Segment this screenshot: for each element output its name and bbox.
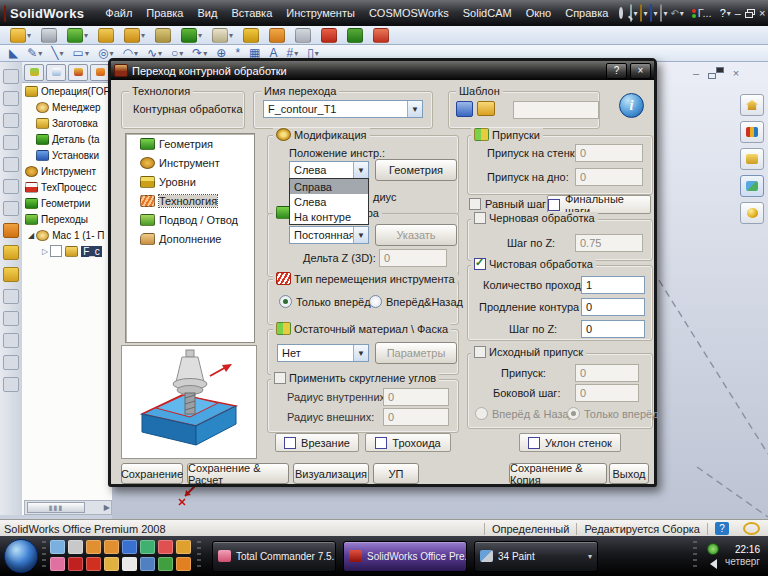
print-icon[interactable] — [660, 4, 662, 22]
tab-properties[interactable] — [90, 64, 110, 81]
extend-contour-field[interactable]: 0 — [581, 298, 645, 316]
menu-solidcam[interactable]: SolidCAM — [456, 7, 519, 19]
dialog-titlebar[interactable]: Переход контурной обработки ? × — [111, 61, 654, 80]
toolbox-button[interactable] — [740, 202, 764, 224]
finish-step-field[interactable]: 0 — [581, 320, 645, 338]
strip-tool-icon[interactable] — [3, 333, 19, 348]
tree-item-target[interactable]: Деталь (ta — [22, 131, 112, 147]
edit-icon[interactable] — [41, 28, 57, 43]
residual-combobox[interactable]: Нет▼ — [277, 344, 369, 362]
plunge-check-button[interactable]: Врезание — [275, 433, 359, 452]
template-field[interactable] — [513, 101, 599, 119]
chevron-down-icon[interactable]: ▼ — [353, 162, 368, 178]
library-button[interactable] — [740, 148, 764, 170]
plunge-checkbox[interactable] — [284, 437, 296, 449]
equal-step-checkbox[interactable] — [469, 198, 481, 210]
sketch-select-icon[interactable]: ◣ — [9, 46, 18, 60]
forward-back-radio[interactable] — [369, 295, 382, 308]
outer-radius-field[interactable]: 0 — [383, 408, 449, 426]
calc-icon[interactable] — [155, 28, 171, 43]
forward-only-radio[interactable] — [279, 295, 292, 308]
tab-feature-tree[interactable] — [46, 64, 66, 81]
inner-radius-field[interactable]: 0 — [383, 388, 449, 406]
page-misc[interactable]: Дополнение — [126, 229, 254, 248]
capture-icon[interactable] — [98, 28, 114, 43]
quicklaunch-icon[interactable] — [86, 540, 101, 554]
menu-cosmosworks[interactable]: COSMOSWorks — [362, 7, 456, 19]
collapsed-arrow-icon[interactable]: ▷ — [42, 247, 48, 256]
strip-tool-icon[interactable] — [3, 135, 19, 150]
search-icon[interactable] — [619, 7, 623, 19]
dropdown-option-right[interactable]: Справа — [290, 179, 368, 194]
initial-forward-radio[interactable] — [567, 407, 580, 420]
side-step-field[interactable]: 0 — [575, 384, 639, 402]
quicklaunch-icon[interactable] — [86, 557, 101, 571]
save-copy-button[interactable]: Сохранение & Копия — [509, 463, 607, 484]
quicklaunch-icon[interactable] — [68, 540, 83, 554]
undo-icon[interactable]: ↶ — [670, 5, 678, 21]
quicklaunch-icon[interactable] — [158, 540, 173, 554]
strip-tool-icon[interactable] — [3, 377, 19, 392]
quicklaunch-icon[interactable] — [50, 540, 65, 554]
start-button[interactable] — [4, 539, 38, 573]
residual-params-button[interactable]: Параметры — [375, 342, 457, 364]
tray-shield-icon[interactable] — [707, 543, 719, 555]
delta-z-field[interactable]: 0 — [379, 249, 447, 267]
wall-allowance-field[interactable]: 0 — [575, 144, 643, 162]
floor-allowance-field[interactable]: 0 — [575, 168, 643, 186]
tab-cam-tree[interactable] — [24, 64, 44, 81]
strip-tool-icon[interactable] — [3, 69, 19, 84]
tool-icon[interactable] — [212, 28, 228, 43]
menu-file[interactable]: Файл — [98, 7, 139, 19]
tree-item-tool[interactable]: Инструмент — [22, 163, 112, 179]
strip-tool-icon[interactable] — [3, 289, 19, 304]
stock-icon[interactable] — [181, 28, 197, 43]
sketch-pencil-icon[interactable]: ✎ — [27, 46, 37, 60]
tree-item-transitions[interactable]: Переходы — [22, 211, 112, 227]
page-levels[interactable]: Уровни — [126, 172, 254, 191]
page-leadin[interactable]: Подвод / Отвод — [126, 210, 254, 229]
taskbar-task-solidworks[interactable]: SolidWorks Office Pre... — [343, 541, 467, 572]
final-steps-checkbox[interactable] — [548, 199, 560, 211]
dialog-help-button[interactable]: ? — [606, 63, 627, 79]
simulate-button[interactable]: Визуализация — [293, 463, 369, 484]
save-icon[interactable] — [650, 4, 652, 22]
menu-help[interactable]: Справка — [558, 7, 615, 19]
machine-red-icon[interactable] — [321, 28, 337, 43]
strip-folder2-icon[interactable] — [3, 267, 19, 282]
strip-folder-icon[interactable] — [3, 245, 19, 260]
worker-icon[interactable] — [269, 28, 285, 43]
tree-item-mac1[interactable]: ◢ Мас 1 (1- П — [22, 227, 112, 243]
window-minimize-button[interactable]: – — [735, 6, 741, 21]
quicklaunch-icon[interactable] — [176, 557, 191, 571]
tool-position-combobox[interactable]: Слева▼ — [289, 161, 369, 179]
menu-edit[interactable]: Правка — [139, 7, 190, 19]
toolbar-overflow[interactable]: Г... — [698, 7, 712, 19]
info-icon[interactable]: i — [619, 93, 644, 118]
manager-hscrollbar[interactable]: ▮▮▮ ▶ — [24, 500, 112, 515]
menu-insert[interactable]: Вставка — [224, 7, 279, 19]
quicklaunch-icon[interactable] — [140, 557, 155, 571]
strip-tool-icon[interactable] — [3, 113, 19, 128]
transition-name-combobox[interactable]: F_contour_T1▼ — [263, 100, 423, 118]
strip-tool-icon[interactable] — [3, 91, 19, 106]
resources-button[interactable] — [740, 121, 764, 143]
wall-slope-checkbox[interactable] — [528, 437, 540, 449]
tree-item-manager[interactable]: Менеджер — [22, 99, 112, 115]
status-help-icon[interactable]: ? — [715, 522, 729, 535]
trochoid-check-button[interactable]: Трохоида — [365, 433, 451, 452]
taskbar-task-totalcommander[interactable]: Total Commander 7.5... — [212, 541, 336, 572]
tree-item-geometries[interactable]: Геометрии — [22, 195, 112, 211]
tree-item-process[interactable]: ТехПроцесс — [22, 179, 112, 195]
tree-icon[interactable] — [67, 28, 83, 43]
worker-gray-icon[interactable] — [295, 28, 311, 43]
open-project-icon[interactable] — [10, 28, 26, 43]
group-caret-icon[interactable]: ▾ — [588, 552, 592, 561]
strip-tool-icon[interactable] — [3, 201, 19, 216]
initial-stock-checkbox[interactable] — [474, 346, 486, 358]
machine-box-icon[interactable] — [373, 28, 389, 43]
doc-minimize-button[interactable]: – — [688, 67, 704, 79]
machine-green-icon[interactable] — [347, 28, 363, 43]
chevron-down-icon[interactable]: ▼ — [353, 345, 368, 361]
key-icon[interactable] — [243, 28, 259, 43]
